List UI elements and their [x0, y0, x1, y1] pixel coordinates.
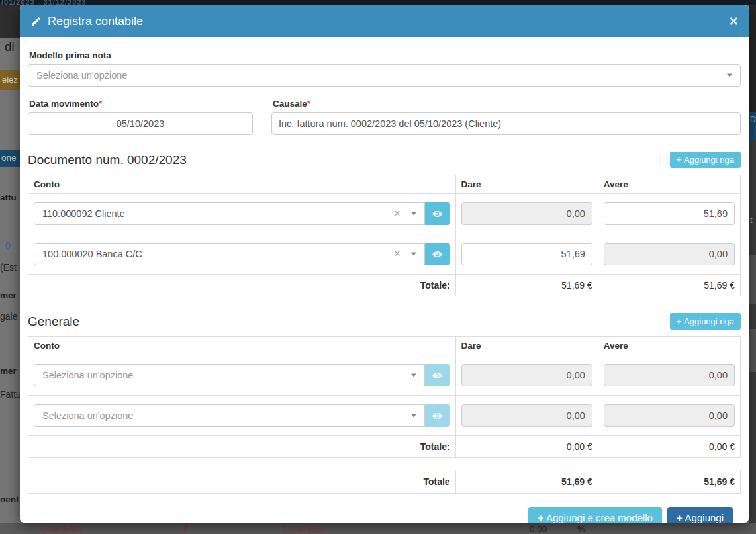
bg-fragment: one	[0, 150, 20, 167]
causale-group: Causale*	[271, 99, 741, 135]
conto-select[interactable]: Seleziona un'opzione	[34, 364, 425, 386]
pencil-icon	[30, 16, 42, 27]
avere-input	[604, 404, 735, 427]
modal-title: Registra contabile	[48, 15, 143, 28]
column-header-avere: Avere	[598, 337, 740, 355]
chevron-down-icon	[411, 374, 416, 377]
avere-input	[604, 243, 735, 265]
column-header-conto: Conto	[28, 175, 456, 194]
section-documento: Documento num. 0002/2023 +Aggiungi riga …	[28, 152, 741, 296]
causale-label: Causale*	[273, 99, 741, 109]
add-row-button[interactable]: +Aggiungi riga	[670, 313, 741, 330]
modal-body: Modello prima nota Seleziona un'opzione …	[20, 37, 749, 523]
plus-icon: +	[677, 512, 683, 523]
bg-fragment: %	[577, 524, 585, 534]
avere-input[interactable]	[604, 202, 735, 225]
bg-fragment: 0,00	[530, 524, 547, 534]
column-header-dare: Dare	[455, 337, 598, 355]
aggiungi-button[interactable]: +Aggiungi	[667, 507, 733, 523]
clear-icon[interactable]: ×	[394, 249, 400, 259]
causale-input[interactable]	[271, 112, 741, 135]
column-header-conto: Conto	[28, 337, 456, 355]
conto-select[interactable]: 100.000020 Banca C/C ×	[34, 243, 425, 265]
bg-fragment: Disattivato	[41, 524, 83, 534]
summary-totale-dare: 51,69 €	[455, 470, 598, 494]
bg-fragment: Disattivato	[283, 524, 325, 534]
summary-totale-avere: 51,69 €	[598, 470, 740, 494]
x-mark-icon: ✗	[183, 523, 190, 533]
required-mark: *	[99, 99, 102, 109]
totale-avere: 51,69 €	[598, 275, 740, 296]
table-row: Seleziona un'opzione	[28, 355, 741, 396]
conto-select-value: 100.000020 Banca C/C	[42, 249, 142, 259]
table-row: 110.000092 Cliente ×	[28, 194, 741, 234]
bg-fragment: elez	[0, 70, 20, 90]
totale-dare: 0,00 €	[455, 436, 598, 458]
dare-input	[461, 364, 592, 386]
data-movimento-input[interactable]	[28, 112, 253, 135]
chevron-down-icon	[411, 414, 416, 418]
section-documento-title: Documento num. 0002/2023	[28, 153, 187, 167]
conto-select-placeholder: Seleziona un'opzione	[42, 370, 133, 380]
bg-fragment: t	[750, 215, 753, 225]
bg-fragment: (Est	[0, 262, 17, 273]
bg-fragment: mer	[0, 366, 17, 376]
plus-icon: +	[677, 316, 682, 326]
dare-input	[461, 202, 592, 225]
background-light-block	[749, 329, 756, 372]
bg-fragment: gale	[0, 311, 17, 322]
background-bottom-strip: Disattivato ✗ Disattivato 0,00 %	[0, 523, 756, 534]
summary-table: Totale 51,69 € 51,69 €	[28, 470, 741, 494]
modello-placeholder: Seleziona un'opzione	[36, 70, 127, 81]
background-right-strip: D t	[749, 5, 756, 534]
bg-fragment: Fattu	[0, 389, 20, 400]
dare-input[interactable]	[461, 243, 592, 265]
add-row-button[interactable]: +Aggiungi riga	[670, 152, 741, 168]
modello-label: Modello prima nota	[29, 50, 741, 60]
background-topbar: /01/2023 - 31/12/2023	[0, 0, 756, 5]
conto-select[interactable]: Seleziona un'opzione	[34, 404, 425, 427]
chevron-down-icon	[411, 212, 416, 216]
bg-fragment: D	[749, 112, 756, 140]
conto-select-value: 110.000092 Cliente	[42, 208, 125, 219]
modello-select[interactable]: Seleziona un'opzione	[28, 64, 741, 87]
chevron-down-icon	[411, 253, 416, 256]
chevron-down-icon	[727, 74, 732, 77]
conto-select[interactable]: 110.000092 Cliente ×	[34, 202, 425, 225]
table-row: Seleziona un'opzione	[28, 396, 741, 436]
section-generale-title: Generale	[28, 314, 79, 329]
section-generale: Generale +Aggiungi riga Conto Dare Avere…	[28, 313, 741, 458]
bg-fragment: di	[5, 40, 15, 54]
eye-icon[interactable]	[425, 243, 450, 265]
required-mark: *	[307, 99, 310, 109]
totale-label: Totale:	[28, 275, 456, 296]
eye-icon[interactable]	[425, 364, 450, 386]
column-header-avere: Avere	[598, 175, 740, 194]
avere-input	[604, 364, 735, 386]
background-left-strip: di elez one attu 0 (Est mer gale mer Fat…	[0, 5, 20, 534]
table-row: 100.000020 Banca C/C ×	[28, 234, 741, 275]
plus-icon: +	[677, 155, 682, 165]
bg-fragment: nent	[0, 494, 19, 504]
close-icon[interactable]: ×	[730, 14, 738, 29]
documento-table: Conto Dare Avere 110.000092 Cliente ×	[28, 175, 741, 296]
totale-label: Totale:	[28, 436, 456, 458]
totale-dare: 51,69 €	[455, 275, 598, 296]
bg-fragment: attu	[0, 193, 17, 202]
totale-avere: 0,00 €	[598, 436, 740, 458]
dare-input	[461, 404, 592, 427]
fields-row: Data movimento* Causale*	[28, 99, 741, 135]
data-movimento-group: Data movimento*	[28, 99, 253, 135]
eye-icon[interactable]	[425, 202, 450, 225]
background-date-range: /01/2023 - 31/12/2023	[1, 0, 87, 5]
background-dark-block	[749, 5, 756, 112]
eye-icon[interactable]	[425, 404, 450, 427]
generale-table: Conto Dare Avere Seleziona un'opzione	[28, 336, 741, 458]
totale-row: Totale: 0,00 € 0,00 €	[28, 436, 741, 458]
totale-row: Totale: 51,69 € 51,69 €	[28, 275, 741, 296]
conto-select-placeholder: Seleziona un'opzione	[42, 410, 133, 421]
modal-header: Registra contabile ×	[20, 5, 749, 37]
clear-icon[interactable]: ×	[394, 208, 400, 219]
summary-totale-label: Totale	[28, 470, 456, 494]
aggiungi-crea-modello-button[interactable]: +Aggiungi e crea modello	[528, 507, 662, 523]
